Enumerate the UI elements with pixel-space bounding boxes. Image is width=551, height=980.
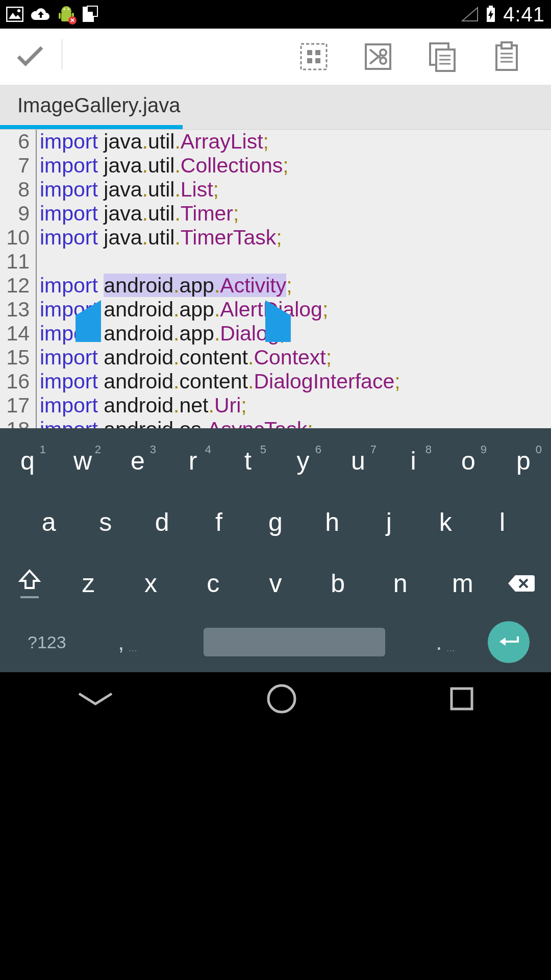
key-v[interactable]: v — [244, 569, 307, 598]
code-content[interactable]: import android.content.DialogInterface; — [33, 370, 400, 394]
status-left: ✕ — [6, 5, 99, 23]
code-line[interactable]: 11 — [0, 250, 551, 274]
text-selection-handle-right[interactable] — [265, 300, 291, 342]
line-number: 15 — [0, 346, 33, 370]
nav-recent-button[interactable] — [447, 684, 476, 713]
key-n[interactable]: n — [369, 569, 431, 598]
period-key[interactable]: .… — [418, 629, 459, 655]
code-line[interactable]: 16import android.content.DialogInterface… — [0, 370, 551, 394]
code-content[interactable]: import java.util.ArrayList; — [33, 130, 269, 154]
status-time: 4:41 — [503, 3, 545, 26]
key-p[interactable]: 0p — [496, 446, 551, 476]
key-w[interactable]: 2w — [55, 446, 110, 476]
svg-rect-7 — [59, 13, 61, 19]
code-content[interactable]: import android.net.Uri; — [33, 394, 247, 418]
key-e[interactable]: 3e — [110, 446, 165, 476]
android-debug-icon: ✕ — [58, 5, 74, 23]
code-line[interactable]: 15import android.content.Context; — [0, 346, 551, 370]
nav-back-button[interactable] — [75, 690, 116, 708]
key-c[interactable]: c — [182, 569, 244, 598]
code-content[interactable]: import java.util.Timer; — [33, 202, 239, 226]
app-icon — [82, 6, 99, 23]
key-q[interactable]: 1q — [0, 446, 55, 476]
action-bar — [0, 29, 551, 85]
line-number: 6 — [0, 130, 33, 154]
key-j[interactable]: j — [361, 507, 417, 537]
code-content[interactable]: import java.util.Collections; — [33, 154, 289, 178]
backspace-key[interactable] — [494, 573, 549, 594]
shift-key[interactable] — [2, 569, 57, 598]
key-o[interactable]: 9o — [441, 446, 496, 476]
key-y[interactable]: 6y — [276, 446, 331, 476]
key-z[interactable]: z — [57, 569, 119, 598]
svg-point-2 — [17, 9, 20, 12]
svg-rect-20 — [307, 58, 312, 63]
code-line[interactable]: 12import android.app.Activity; — [0, 274, 551, 298]
key-h[interactable]: h — [304, 507, 361, 537]
line-number: 7 — [0, 154, 33, 178]
code-content[interactable]: import android.content.Context; — [33, 346, 332, 370]
status-bar: ✕ 4:41 — [0, 0, 551, 29]
tab-file[interactable]: ImageGallery.java — [0, 85, 197, 117]
enter-key[interactable] — [488, 621, 530, 663]
svg-rect-18 — [307, 50, 312, 55]
key-a[interactable]: a — [20, 507, 77, 537]
svg-point-6 — [68, 9, 69, 10]
line-number: 9 — [0, 202, 33, 226]
code-content[interactable]: import java.util.List; — [33, 178, 219, 202]
key-s[interactable]: s — [77, 507, 134, 537]
navigation-bar — [0, 672, 551, 725]
copy-button[interactable] — [410, 41, 474, 72]
key-k[interactable]: k — [417, 507, 474, 537]
symbols-key[interactable]: ?123 — [21, 632, 72, 652]
code-content[interactable]: import java.util.TimerTask; — [33, 226, 282, 250]
done-button[interactable] — [12, 44, 62, 69]
svg-point-5 — [64, 9, 65, 10]
key-f[interactable]: f — [190, 507, 247, 537]
text-selection-handle-left[interactable] — [76, 300, 101, 342]
key-r[interactable]: 4r — [165, 446, 220, 476]
code-line[interactable]: 7import java.util.Collections; — [0, 154, 551, 178]
code-line[interactable]: 8import java.util.List; — [0, 178, 551, 202]
tab-underline — [0, 125, 183, 129]
code-editor[interactable]: 6import java.util.ArrayList;7import java… — [0, 130, 551, 428]
code-content[interactable]: import android.app.Activity; — [33, 274, 292, 298]
cut-button[interactable] — [346, 41, 410, 72]
key-m[interactable]: m — [432, 569, 494, 598]
line-number: 11 — [0, 250, 33, 274]
code-content[interactable]: import android.app.Dialog; — [33, 322, 285, 346]
line-number: 17 — [0, 394, 33, 418]
svg-marker-1 — [9, 13, 21, 19]
key-d[interactable]: d — [134, 507, 190, 537]
key-t[interactable]: 5t — [220, 446, 276, 476]
tab-bar: ImageGallery.java — [0, 85, 551, 130]
svg-rect-12 — [84, 12, 93, 21]
code-line[interactable]: 18import android.os.AsyncTask; — [0, 418, 551, 428]
svg-rect-15 — [489, 6, 493, 8]
line-number: 14 — [0, 322, 33, 346]
key-i[interactable]: 8i — [386, 446, 441, 476]
gallery-icon — [6, 7, 23, 22]
svg-marker-40 — [499, 638, 506, 646]
code-line[interactable]: 6import java.util.ArrayList; — [0, 130, 551, 154]
space-key[interactable] — [204, 628, 385, 656]
signal-icon — [461, 7, 479, 22]
key-b[interactable]: b — [307, 569, 369, 598]
code-line[interactable]: 17import android.net.Uri; — [0, 394, 551, 418]
code-content[interactable]: import android.os.AsyncTask; — [33, 418, 313, 428]
soft-keyboard: 1q2w3e4r5t6y7u8i9o0p asdfghjkl zxcvbnm ?… — [0, 428, 551, 672]
select-all-button[interactable] — [282, 42, 346, 71]
code-line[interactable]: 9import java.util.Timer; — [0, 202, 551, 226]
comma-key[interactable]: ,… — [101, 629, 141, 655]
line-number: 16 — [0, 370, 33, 394]
paste-button[interactable] — [474, 41, 539, 72]
code-line[interactable]: 10import java.util.TimerTask; — [0, 226, 551, 250]
key-u[interactable]: 7u — [331, 446, 386, 476]
line-number: 10 — [0, 226, 33, 250]
key-g[interactable]: g — [247, 507, 304, 537]
key-x[interactable]: x — [119, 569, 182, 598]
key-l[interactable]: l — [474, 507, 531, 537]
nav-home-button[interactable] — [265, 682, 298, 715]
svg-rect-33 — [502, 42, 512, 48]
line-number: 12 — [0, 274, 33, 298]
